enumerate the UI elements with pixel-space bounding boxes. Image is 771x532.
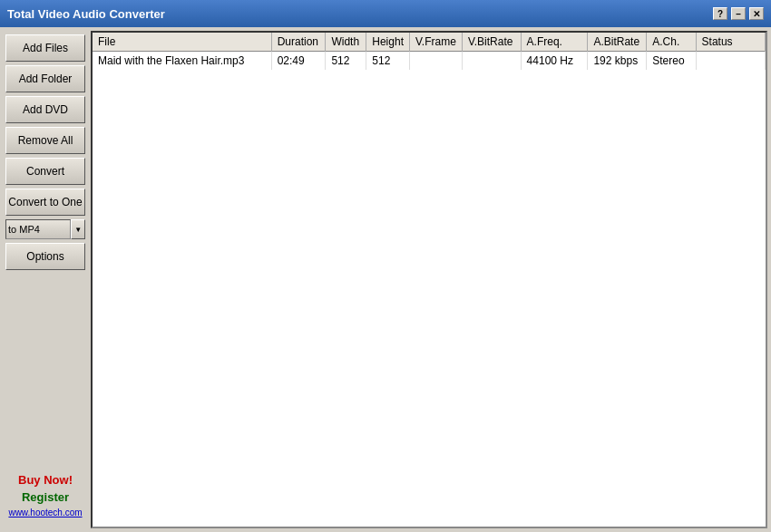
format-select[interactable]: to MP4 bbox=[5, 219, 71, 239]
table-row[interactable]: Maid with the Flaxen Hair.mp302:49512512… bbox=[93, 52, 766, 71]
col-header-file: File bbox=[93, 33, 271, 52]
file-list-area: File Duration Width Height V.Frame V.Bit… bbox=[91, 31, 767, 528]
minimize-button[interactable]: – bbox=[731, 7, 746, 20]
website-link[interactable]: www.hootech.com bbox=[8, 508, 82, 517]
help-button[interactable]: ? bbox=[713, 7, 727, 20]
col-header-abitrate: A.BitRate bbox=[588, 33, 647, 52]
app-title: Total Video Audio Converter bbox=[7, 7, 713, 21]
col-header-vframe: V.Frame bbox=[409, 33, 462, 52]
buy-now-link[interactable]: Buy Now! bbox=[18, 473, 73, 487]
close-button[interactable]: ✕ bbox=[749, 7, 764, 20]
cell-abitrate-0: 192 kbps bbox=[588, 52, 647, 71]
convert-to-one-button[interactable]: Convert to One bbox=[5, 189, 85, 216]
register-link[interactable]: Register bbox=[22, 490, 69, 504]
main-container: Add Files Add Folder Add DVD Remove All … bbox=[0, 27, 771, 532]
col-header-ach: A.Ch. bbox=[647, 33, 696, 52]
format-dropdown-arrow[interactable]: ▼ bbox=[71, 219, 85, 239]
col-header-afreq: A.Freq. bbox=[521, 33, 588, 52]
sidebar-bottom: Buy Now! Register www.hootech.com bbox=[5, 473, 85, 525]
table-header-row: File Duration Width Height V.Frame V.Bit… bbox=[93, 33, 766, 52]
cell-status-0 bbox=[696, 52, 765, 71]
cell-afreq-0: 44100 Hz bbox=[521, 52, 588, 71]
cell-vbitrate-0 bbox=[462, 52, 521, 71]
options-button[interactable]: Options bbox=[5, 243, 85, 270]
add-folder-button[interactable]: Add Folder bbox=[5, 65, 85, 92]
remove-all-button[interactable]: Remove All bbox=[5, 127, 85, 154]
col-header-vbitrate: V.BitRate bbox=[462, 33, 521, 52]
col-header-duration: Duration bbox=[271, 33, 326, 52]
add-files-button[interactable]: Add Files bbox=[5, 34, 85, 62]
convert-button[interactable]: Convert bbox=[5, 158, 85, 185]
cell-width-0: 512 bbox=[326, 52, 366, 71]
cell-vframe-0 bbox=[409, 52, 462, 71]
cell-height-0: 512 bbox=[366, 52, 410, 71]
col-header-status: Status bbox=[696, 33, 765, 52]
col-header-width: Width bbox=[326, 33, 366, 52]
file-table: File Duration Width Height V.Frame V.Bit… bbox=[93, 33, 766, 70]
add-dvd-button[interactable]: Add DVD bbox=[5, 96, 85, 123]
cell-duration-0: 02:49 bbox=[271, 52, 326, 71]
title-bar: Total Video Audio Converter ? – ✕ bbox=[0, 0, 771, 27]
cell-file-0: Maid with the Flaxen Hair.mp3 bbox=[93, 52, 271, 71]
format-selector-container: to MP4 ▼ bbox=[5, 219, 85, 239]
window-controls: ? – ✕ bbox=[713, 7, 764, 20]
cell-ach-0: Stereo bbox=[647, 52, 696, 71]
col-header-height: Height bbox=[366, 33, 410, 52]
sidebar: Add Files Add Folder Add DVD Remove All … bbox=[0, 27, 91, 532]
